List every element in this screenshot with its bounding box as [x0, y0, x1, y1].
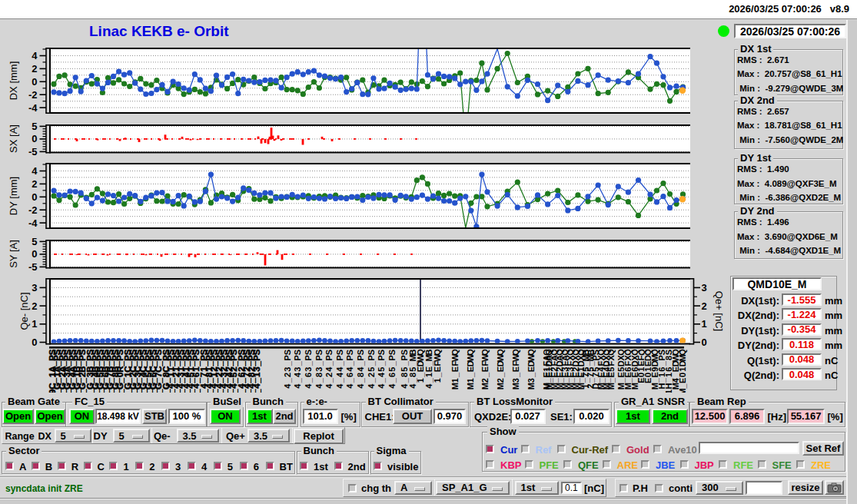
svg-text:M: M: [511, 383, 520, 390]
svg-text:DX [mm]: DX [mm]: [8, 61, 19, 101]
svg-text:4: 4: [293, 372, 302, 377]
svg-text:_: _: [480, 372, 490, 378]
svg-text:S: S: [377, 350, 386, 355]
svg-text:6: 6: [304, 373, 313, 377]
svg-text:_: _: [433, 372, 442, 378]
svg-text:4: 4: [356, 383, 365, 389]
svg-text:P: P: [293, 355, 302, 360]
svg-text:_: _: [345, 360, 354, 366]
svg-text:M: M: [480, 383, 490, 390]
svg-text:S: S: [304, 350, 313, 355]
svg-text:_: _: [293, 360, 302, 366]
svg-text:_: _: [367, 360, 376, 366]
svg-text:W: W: [511, 353, 520, 362]
svg-text:4: 4: [377, 372, 386, 377]
svg-text:0: 0: [32, 191, 37, 203]
svg-text:_: _: [293, 377, 302, 383]
svg-text:8: 8: [314, 373, 324, 377]
svg-text:-2: -2: [28, 89, 38, 101]
svg-text:P: P: [377, 355, 386, 360]
svg-text:D: D: [678, 360, 687, 366]
svg-text:_: _: [252, 377, 261, 383]
svg-text:5: 5: [377, 367, 386, 372]
svg-text:_: _: [283, 377, 292, 383]
svg-text:M: M: [606, 383, 616, 390]
svg-text:SY [A]: SY [A]: [8, 240, 19, 268]
svg-text:3: 3: [511, 378, 520, 383]
svg-text:3: 3: [526, 378, 536, 383]
svg-text:4: 4: [32, 50, 38, 61]
svg-text:4: 4: [293, 383, 302, 389]
svg-text:4: 4: [283, 383, 292, 389]
svg-text:_: _: [496, 372, 505, 378]
svg-text:D: D: [526, 360, 536, 366]
svg-text:M: M: [678, 354, 687, 361]
svg-text:_: _: [324, 360, 334, 366]
svg-text:2: 2: [283, 373, 292, 377]
svg-text:3: 3: [304, 367, 313, 372]
svg-text:4: 4: [252, 383, 261, 389]
svg-text:3: 3: [314, 367, 324, 372]
svg-text:Q: Q: [606, 349, 616, 356]
svg-text:1: 1: [252, 372, 261, 377]
svg-text:S: S: [345, 350, 354, 355]
svg-text:S: S: [324, 350, 334, 355]
svg-text:0: 0: [678, 373, 687, 377]
svg-text:4: 4: [345, 383, 354, 389]
svg-text:2: 2: [32, 300, 37, 312]
svg-text:_: _: [450, 372, 460, 378]
svg-text:P: P: [252, 355, 261, 361]
svg-text:M: M: [450, 383, 460, 390]
svg-text:_: _: [304, 377, 313, 383]
svg-text:0: 0: [32, 76, 37, 88]
svg-text:S: S: [283, 350, 292, 355]
svg-text:S: S: [314, 350, 324, 355]
svg-text:4: 4: [345, 366, 354, 372]
svg-text:2: 2: [32, 63, 37, 75]
svg-text:M: M: [496, 383, 505, 390]
svg-text:1: 1: [678, 367, 687, 372]
svg-text:1: 1: [702, 318, 707, 330]
svg-text:F: F: [450, 361, 460, 366]
svg-text:_: _: [356, 360, 365, 366]
svg-text:E: E: [480, 366, 490, 372]
svg-text:_: _: [335, 360, 344, 366]
svg-text:_: _: [377, 360, 386, 366]
svg-text:_: _: [345, 377, 354, 383]
svg-text:S: S: [387, 350, 397, 355]
svg-text:8: 8: [356, 373, 365, 377]
svg-text:Qe+ [nC]: Qe+ [nC]: [713, 291, 725, 331]
svg-text:3: 3: [702, 282, 707, 293]
svg-text:6: 6: [345, 373, 354, 377]
svg-text:-4: -4: [28, 102, 38, 114]
svg-text:1: 1: [433, 378, 442, 383]
svg-text:-2: -2: [28, 204, 38, 216]
svg-text:_: _: [324, 377, 334, 383]
svg-text:E: E: [450, 366, 460, 372]
svg-text:S: S: [367, 350, 376, 355]
svg-text:4: 4: [335, 366, 344, 372]
svg-text:_: _: [466, 372, 475, 378]
svg-text:E: E: [678, 378, 687, 383]
svg-text:4: 4: [387, 383, 397, 389]
svg-text:S: S: [335, 350, 344, 355]
svg-text:P: P: [283, 355, 292, 360]
svg-text:M: M: [526, 383, 536, 390]
svg-text:-5: -5: [28, 146, 38, 158]
svg-text:4: 4: [324, 366, 334, 372]
svg-text:S: S: [293, 350, 302, 355]
svg-text:E: E: [606, 372, 616, 377]
svg-text:0: 0: [32, 337, 37, 348]
svg-text:0: 0: [32, 133, 37, 144]
svg-text:W: W: [433, 353, 442, 362]
svg-text:_: _: [252, 360, 261, 366]
svg-text:5: 5: [367, 367, 376, 372]
svg-text:0: 0: [702, 337, 707, 348]
svg-text:4: 4: [304, 383, 313, 389]
svg-text:4: 4: [356, 366, 365, 372]
svg-text:2: 2: [702, 300, 707, 312]
svg-text:_: _: [377, 377, 386, 383]
svg-text:P: P: [367, 355, 376, 360]
svg-text:1: 1: [466, 378, 475, 383]
svg-text:E: E: [466, 366, 475, 372]
